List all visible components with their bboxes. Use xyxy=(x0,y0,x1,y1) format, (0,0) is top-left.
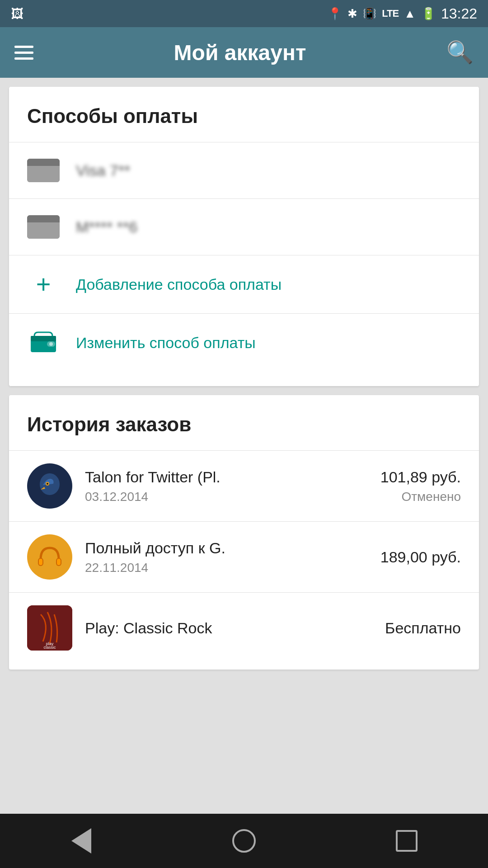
status-bar: 🖼 📍 ✱ 📳 LTE ▲ 🔋 13:22 xyxy=(0,0,488,27)
order-price-col-talon: 101,89 руб. Отменено xyxy=(380,468,461,504)
status-time: 13:22 xyxy=(441,5,477,22)
payment-item-visa[interactable]: Visa 7** xyxy=(27,142,461,198)
plus-icon: + xyxy=(27,272,60,297)
card-icon-visa xyxy=(27,159,60,182)
order-price-talon: 101,89 руб. xyxy=(380,468,461,486)
order-details-classic: Play: Classic Rock xyxy=(85,619,372,637)
svg-point-3 xyxy=(49,342,53,346)
back-button[interactable] xyxy=(63,823,99,859)
order-date-gmusic: 22.11.2014 xyxy=(85,561,368,575)
payment-item-mc[interactable]: M**** **6 xyxy=(27,199,461,255)
order-item-talon[interactable]: Talon for Twitter (Pl. 03.12.2014 101,89… xyxy=(27,451,461,521)
payment-title: Способы оплаты xyxy=(27,105,461,127)
image-icon: 🖼 xyxy=(11,6,23,21)
order-details-talon: Talon for Twitter (Pl. 03.12.2014 xyxy=(85,468,368,504)
order-icon-gmusic xyxy=(27,534,72,580)
order-price-col-classic: Бесплатно xyxy=(385,619,461,637)
recent-button[interactable] xyxy=(389,823,425,859)
battery-icon: 🔋 xyxy=(421,7,436,21)
orders-title: История заказов xyxy=(27,413,461,436)
order-icon-classic: play classic xyxy=(27,605,72,651)
location-icon: 📍 xyxy=(328,7,342,21)
signal-icon: ▲ xyxy=(404,7,416,21)
svg-rect-1 xyxy=(31,336,56,341)
home-button[interactable] xyxy=(226,823,262,859)
back-icon xyxy=(71,828,91,854)
svg-text:classic: classic xyxy=(43,645,56,650)
vibrate-icon: 📳 xyxy=(363,7,376,20)
nav-bar xyxy=(0,814,488,868)
order-icon-talon xyxy=(27,463,72,509)
change-payment-label: Изменить способ оплаты xyxy=(76,334,256,352)
order-item-gmusic[interactable]: Полный доступ к G. 22.11.2014 189,00 руб… xyxy=(27,522,461,592)
add-payment-button[interactable]: + Добавление способа оплаты xyxy=(27,255,461,313)
svg-point-8 xyxy=(33,540,67,574)
visa-label: Visa 7** xyxy=(76,162,130,179)
status-bar-left: 🖼 xyxy=(11,6,23,21)
menu-button[interactable] xyxy=(14,46,33,60)
svg-point-7 xyxy=(47,483,48,485)
toolbar: Мой аккаунт 🔍 xyxy=(0,27,488,78)
main-content: Способы оплаты Visa 7** M**** **6 + Доба… xyxy=(0,78,488,814)
search-button[interactable]: 🔍 xyxy=(446,40,474,65)
add-payment-label: Добавление способа оплаты xyxy=(76,276,282,293)
recent-icon xyxy=(396,830,418,852)
order-price-classic: Бесплатно xyxy=(385,619,461,637)
page-title: Мой аккаунт xyxy=(174,40,306,65)
lte-icon: LTE xyxy=(382,8,399,19)
svg-rect-11 xyxy=(39,559,42,565)
order-date-talon: 03.12.2014 xyxy=(85,490,368,504)
order-details-gmusic: Полный доступ к G. 22.11.2014 xyxy=(85,539,368,575)
home-icon xyxy=(232,829,256,853)
order-price-gmusic: 189,00 руб. xyxy=(380,548,461,566)
svg-rect-12 xyxy=(57,559,61,565)
order-history-card: История заказов Talon for Tw xyxy=(9,395,479,670)
order-price-col-gmusic: 189,00 руб. xyxy=(380,548,461,566)
card-icon-mc xyxy=(27,215,60,239)
order-name-gmusic: Полный доступ к G. xyxy=(85,539,368,557)
order-name-classic: Play: Classic Rock xyxy=(85,619,372,637)
payment-methods-card: Способы оплаты Visa 7** M**** **6 + Доба… xyxy=(9,87,479,386)
order-status-talon: Отменено xyxy=(402,490,461,504)
status-bar-right: 📍 ✱ 📳 LTE ▲ 🔋 13:22 xyxy=(328,5,477,22)
order-item-classic[interactable]: play classic Play: Classic Rock Бесплатн… xyxy=(27,593,461,655)
order-name-talon: Talon for Twitter (Pl. xyxy=(85,468,368,486)
wallet-icon xyxy=(27,330,60,355)
bluetooth-icon: ✱ xyxy=(347,7,357,21)
change-payment-button[interactable]: Изменить способ оплаты xyxy=(27,314,461,372)
mc-label: M**** **6 xyxy=(76,218,137,236)
